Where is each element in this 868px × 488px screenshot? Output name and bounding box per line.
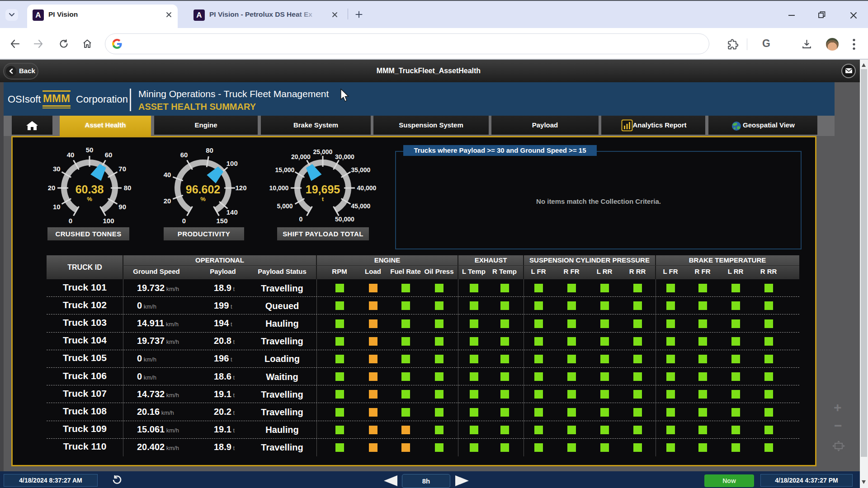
svg-text:t: t [322, 196, 324, 202]
svg-text:100: 100 [226, 160, 238, 167]
svg-text:19,695: 19,695 [306, 183, 340, 196]
svg-text:30: 30 [53, 165, 61, 173]
svg-text:60: 60 [105, 151, 113, 159]
svg-text:96.602: 96.602 [186, 183, 220, 196]
svg-text:40,000: 40,000 [357, 184, 377, 192]
svg-text:120: 120 [235, 184, 246, 192]
svg-text:60: 60 [180, 151, 188, 159]
svg-text:140: 140 [226, 208, 238, 216]
svg-text:20: 20 [48, 184, 56, 192]
svg-text:25,000: 25,000 [313, 148, 333, 155]
svg-text:100: 100 [103, 217, 114, 225]
svg-text:5,000: 5,000 [277, 202, 292, 210]
svg-text:0: 0 [182, 217, 186, 225]
svg-text:30,000: 30,000 [335, 153, 354, 160]
svg-text:70: 70 [118, 165, 126, 173]
svg-text:50,000: 50,000 [335, 216, 354, 223]
svg-text:90: 90 [118, 203, 126, 211]
svg-text:15,000: 15,000 [275, 166, 295, 174]
svg-text:40: 40 [164, 171, 171, 178]
svg-text:80: 80 [124, 184, 132, 192]
svg-text:10: 10 [53, 203, 61, 211]
svg-text:%: % [87, 196, 92, 202]
svg-text:%: % [200, 196, 206, 202]
svg-text:50: 50 [86, 146, 94, 154]
svg-text:10,000: 10,000 [269, 184, 289, 192]
svg-text:35,000: 35,000 [351, 166, 371, 174]
svg-text:0: 0 [299, 216, 303, 223]
svg-text:60.38: 60.38 [75, 183, 104, 196]
svg-text:20,000: 20,000 [291, 153, 311, 160]
svg-text:40: 40 [67, 151, 75, 159]
svg-text:45,000: 45,000 [351, 202, 371, 210]
svg-text:150: 150 [216, 217, 227, 225]
svg-text:80: 80 [206, 146, 213, 154]
svg-text:20: 20 [164, 197, 171, 205]
svg-text:0: 0 [69, 217, 72, 225]
